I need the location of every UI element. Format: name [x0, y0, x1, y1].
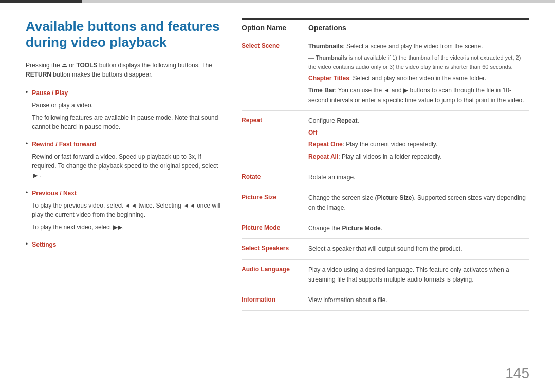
- intro-text: Pressing the ⏏ or TOOLS button displays …: [26, 61, 221, 79]
- table-row-select-scene: Select Scene Thumbnails: Select a scene …: [242, 36, 529, 111]
- ops-information: View information about a file.: [308, 295, 529, 305]
- option-select-scene: Select Scene: [242, 42, 308, 49]
- bullet-rewind: • Rewind / Fast forward Rewind or fast f…: [26, 140, 221, 183]
- table-row-audio-language: Audio Language Play a video using a desi…: [242, 260, 529, 290]
- content-area: Available buttons and features during vi…: [0, 3, 555, 392]
- table-row-rotate: Rotate Rotate an image.: [242, 167, 529, 188]
- bullet-pause-play-title: Pause / Play: [32, 89, 68, 97]
- ops-select-scene: Thumbnails: Select a scene and play the …: [308, 42, 529, 105]
- bullet-pause-play-content: Pause / Play Pause or play a video. The …: [32, 88, 221, 135]
- option-picture-mode: Picture Mode: [242, 223, 308, 231]
- table-header-row: Option Name Operations: [242, 20, 529, 36]
- bullet-prev-next-title: Previous / Next: [32, 190, 77, 197]
- bullet-settings: • Settings: [26, 240, 221, 252]
- ops-repeat: Configure Repeat. Off Repeat One: Play t…: [308, 116, 529, 162]
- table-row-picture-mode: Picture Mode Change the Picture Mode.: [242, 218, 529, 239]
- table-row-picture-size: Picture Size Change the screen size (Pic…: [242, 188, 529, 218]
- page-number: 145: [505, 365, 529, 382]
- ops-rotate: Rotate an image.: [308, 173, 529, 182]
- option-repeat: Repeat: [242, 116, 308, 124]
- page-container: Available buttons and features during vi…: [0, 0, 555, 392]
- bullet-prev-next: • Previous / Next To play the previous v…: [26, 189, 221, 235]
- ops-audio-language: Play a video using a desired language. T…: [308, 265, 529, 285]
- page-title: Available buttons and features during vi…: [26, 18, 221, 50]
- right-column-table: Option Name Operations Select Scene Thum…: [242, 18, 529, 382]
- bullet-settings-content: Settings: [32, 240, 56, 252]
- bullet-prev-next-content: Previous / Next To play the previous vid…: [32, 189, 221, 235]
- table-row-select-speakers: Select Speakers Select a speaker that wi…: [242, 239, 529, 259]
- option-information: Information: [242, 295, 308, 303]
- ops-picture-mode: Change the Picture Mode.: [308, 223, 529, 233]
- option-rotate: Rotate: [242, 173, 308, 180]
- bullet-dot-3: •: [26, 189, 28, 235]
- option-picture-size: Picture Size: [242, 193, 308, 201]
- bullet-settings-title: Settings: [32, 241, 56, 248]
- table-row-information: Information View information about a fil…: [242, 290, 529, 311]
- table-row-repeat: Repeat Configure Repeat. Off Repeat One:…: [242, 111, 529, 167]
- bullet-rewind-title: Rewind / Fast forward: [32, 141, 96, 148]
- bullet-dot: •: [26, 89, 28, 135]
- option-audio-language: Audio Language: [242, 265, 308, 273]
- option-select-speakers: Select Speakers: [242, 244, 308, 252]
- bullet-pause-play: • Pause / Play Pause or play a video. Th…: [26, 88, 221, 135]
- bullet-dot-4: •: [26, 240, 28, 252]
- bullet-rewind-content: Rewind / Fast forward Rewind or fast for…: [32, 140, 221, 183]
- bullet-dot-2: •: [26, 140, 28, 183]
- col-header-option: Option Name: [242, 24, 308, 32]
- left-column: Available buttons and features during vi…: [26, 18, 221, 382]
- col-header-operations: Operations: [308, 24, 346, 32]
- ops-select-speakers: Select a speaker that will output sound …: [308, 244, 529, 254]
- ops-picture-size: Change the screen size (Picture Size). S…: [308, 193, 529, 213]
